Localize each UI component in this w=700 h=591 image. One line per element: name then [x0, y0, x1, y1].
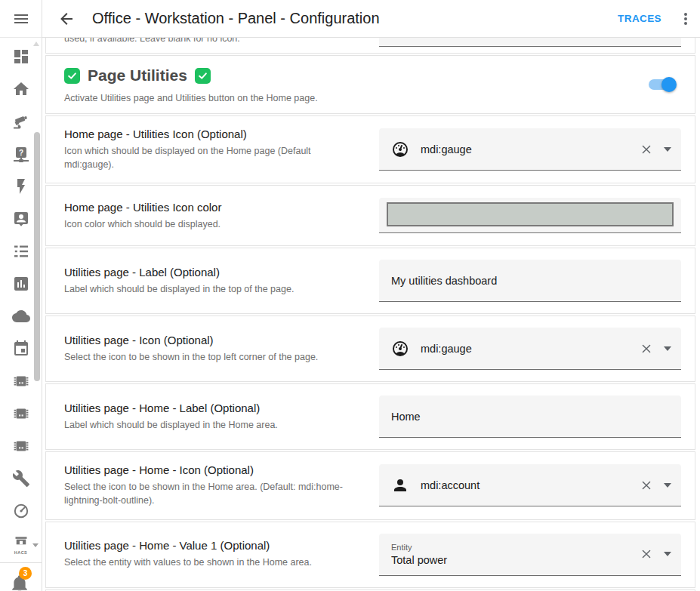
checkmark-emoji — [195, 68, 211, 84]
row-field: mdi:account — [379, 464, 681, 506]
sidebar-scrollbar[interactable] — [34, 132, 40, 381]
field-label: Entity — [391, 543, 447, 552]
back-arrow-button[interactable] — [57, 10, 76, 28]
wrench-icon — [12, 469, 30, 488]
text-field[interactable]: Home — [379, 396, 681, 438]
config-panel: used, if available. Leave blank for no i… — [45, 38, 695, 591]
chip-icon — [12, 405, 30, 423]
app-window: ?HACS 3 Office - Workstation - Panel - C… — [0, 0, 700, 591]
toggle-thumb — [661, 77, 677, 92]
dropdown-caret-icon[interactable] — [664, 346, 671, 351]
row-description: Icon color which should be displayed. — [64, 217, 362, 231]
row-text: Utilities page - Label (Optional)Label w… — [64, 266, 371, 296]
row-text: Home page - Utilities Icon (Optional)Ico… — [64, 128, 371, 171]
sidebar-item-todo-list[interactable] — [12, 242, 30, 260]
row-text: Utilities page - Home - Value 1 (Optiona… — [64, 539, 371, 569]
entity-picker-field[interactable]: EntityTotal power — [379, 534, 681, 576]
dropdown-caret-icon[interactable] — [664, 147, 671, 152]
kebab-menu-icon[interactable] — [677, 10, 695, 28]
color-swatch[interactable] — [387, 202, 674, 226]
config-row: Utilities page - Home - Label (Optional)… — [45, 383, 695, 450]
icon-picker-field[interactable]: mdi:gauge — [379, 328, 681, 370]
clear-icon[interactable] — [639, 142, 654, 157]
row-description: Select the icon to be shown in the top l… — [64, 350, 362, 364]
hacs-label: HACS — [14, 550, 28, 555]
dropdown-caret-icon[interactable] — [664, 483, 671, 488]
network-question-icon: ? — [12, 145, 30, 163]
hacs-icon — [13, 534, 29, 549]
row-field: My utilities dashboard — [379, 260, 681, 302]
sidebar: ?HACS 3 — [0, 0, 42, 591]
sidebar-item-network-question[interactable]: ? — [12, 145, 30, 163]
field-value: mdi:account — [421, 479, 480, 491]
sidebar-item-account-box[interactable] — [12, 210, 30, 228]
field-value: mdi:gauge — [421, 343, 472, 355]
text-field[interactable] — [379, 38, 681, 47]
energy-icon — [12, 177, 30, 195]
icon-picker-field[interactable]: mdi:gauge — [379, 128, 681, 171]
cctv-icon — [12, 112, 30, 131]
sidebar-item-cloud[interactable] — [12, 307, 30, 325]
color-picker-field[interactable] — [379, 198, 681, 233]
row-field: mdi:gauge — [379, 128, 681, 171]
calendar-icon — [12, 340, 30, 358]
sidebar-item-speedometer[interactable] — [12, 502, 30, 520]
dropdown-caret-icon[interactable] — [664, 552, 671, 556]
clear-icon[interactable] — [639, 478, 654, 493]
row-description: Label which should be displayed in the H… — [64, 418, 362, 432]
clear-icon[interactable] — [639, 341, 654, 356]
sidebar-item-cctv[interactable] — [12, 112, 30, 131]
sidebar-item-wrench[interactable] — [12, 469, 30, 488]
icon-picker-field[interactable]: mdi:account — [379, 464, 681, 506]
row-label: Utilities page - Home - Label (Optional) — [64, 402, 362, 414]
sidebar-item-chip[interactable] — [12, 437, 30, 455]
sidebar-scroll-up-arrow-icon[interactable] — [33, 42, 39, 46]
sidebar-scroll-down-arrow-icon[interactable] — [32, 543, 39, 547]
row-text: Home page - Utilities Icon colorIcon col… — [64, 201, 371, 231]
menu-icon — [12, 10, 30, 28]
chip-icon — [12, 372, 30, 390]
home-icon — [12, 80, 30, 98]
row-label: Utilities page - Home - Value 1 (Optiona… — [64, 539, 362, 552]
row-description: used, if available. Leave blank for no i… — [64, 38, 240, 44]
row-description: Select the icon to be shown in the Home … — [64, 480, 362, 507]
section-title: Page Utilities — [64, 66, 677, 85]
row-label: Utilities page - Icon (Optional) — [64, 334, 362, 346]
section-page-utilities: Page Utilities Activate Utilities page a… — [45, 55, 695, 114]
traces-button[interactable]: TRACES — [618, 13, 661, 24]
text-field[interactable]: My utilities dashboard — [379, 260, 681, 302]
sidebar-item-chip[interactable] — [12, 405, 30, 423]
sidebar-item-dashboard[interactable] — [12, 48, 30, 66]
sidebar-item-hacs[interactable]: HACS — [12, 534, 30, 557]
sidebar-notifications-button[interactable]: 3 — [0, 562, 42, 591]
utilities-toggle[interactable] — [649, 79, 674, 90]
todo-list-icon — [12, 242, 30, 260]
clear-icon[interactable] — [639, 546, 654, 562]
account-icon — [391, 476, 409, 494]
row-field — [379, 198, 681, 233]
row-text: Utilities page - Icon (Optional)Select t… — [64, 334, 371, 364]
sidebar-item-home[interactable] — [12, 80, 30, 98]
chip-icon — [12, 437, 30, 455]
notification-badge: 3 — [19, 567, 32, 580]
cloud-icon — [12, 307, 30, 325]
sidebar-item-chip[interactable] — [12, 372, 30, 390]
row-label: Home page - Utilities Icon color — [64, 201, 362, 214]
checkmark-emoji — [64, 68, 80, 84]
page-title: Office - Workstation - Panel - Configura… — [92, 10, 380, 27]
section-title-text: Page Utilities — [88, 66, 187, 85]
account-box-icon — [12, 210, 30, 228]
sidebar-item-chart-box[interactable] — [12, 275, 30, 293]
row-field: Home — [379, 396, 681, 438]
section-description: Activate Utilities page and Utilities bu… — [64, 93, 677, 103]
sidebar-menu-button[interactable] — [0, 0, 42, 38]
config-row: Utilities page - Icon (Optional)Select t… — [45, 316, 695, 382]
sidebar-item-calendar[interactable] — [12, 340, 30, 358]
config-row: Home page - Utilities Icon colorIcon col… — [45, 185, 695, 246]
gauge-icon — [391, 140, 409, 159]
row-label: Home page - Utilities Icon (Optional) — [64, 128, 362, 140]
row-description: Icon which should be displayed on the Ho… — [64, 144, 362, 171]
config-row: Home page - Utilities Icon (Optional)Ico… — [45, 115, 695, 183]
sidebar-item-energy[interactable] — [12, 177, 30, 195]
field-value: My utilities dashboard — [391, 275, 497, 287]
